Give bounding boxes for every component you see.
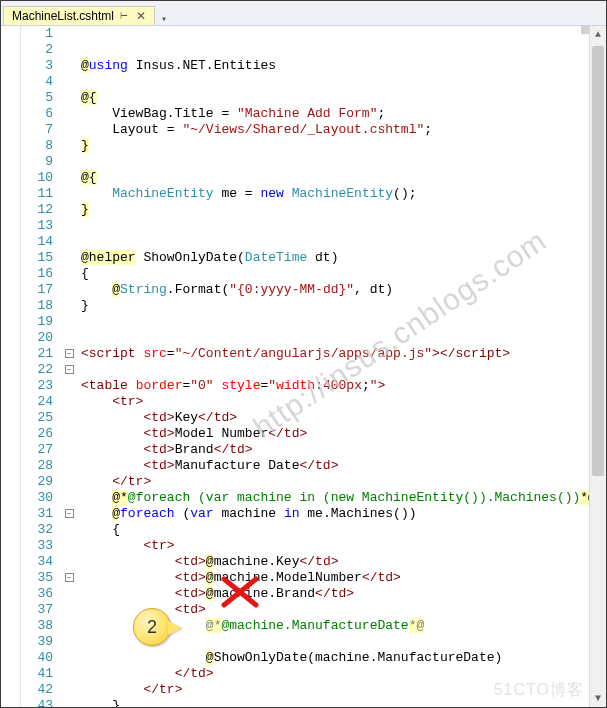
line-number: 9 xyxy=(21,154,53,170)
tab-bar: MachineList.cshtml ⊢ ✕ ▾ xyxy=(1,1,606,26)
indicator-margin xyxy=(1,26,21,707)
file-tab[interactable]: MachineList.cshtml ⊢ ✕ xyxy=(3,6,155,25)
line-number: 31 xyxy=(21,506,53,522)
code-line[interactable]: <script src="~/Content/angularjs/apps/ap… xyxy=(77,346,589,362)
line-number: 2 xyxy=(21,42,53,58)
pin-icon[interactable]: ⊢ xyxy=(120,11,128,21)
code-line[interactable]: </tr> xyxy=(77,682,589,698)
code-line[interactable] xyxy=(77,74,589,90)
line-number: 34 xyxy=(21,554,53,570)
code-line[interactable]: @{ xyxy=(77,170,589,186)
line-number: 36 xyxy=(21,586,53,602)
code-line[interactable]: <table border="0" style="width:400px;"> xyxy=(77,378,589,394)
line-number: 24 xyxy=(21,394,53,410)
code-line[interactable]: </tr> xyxy=(77,474,589,490)
code-line[interactable]: @{ xyxy=(77,90,589,106)
code-line[interactable]: { xyxy=(77,522,589,538)
code-line[interactable] xyxy=(77,234,589,250)
outline-toggle-icon[interactable]: − xyxy=(65,509,74,518)
code-line[interactable]: @foreach (var machine in me.Machines()) xyxy=(77,506,589,522)
line-number: 12 xyxy=(21,202,53,218)
code-line[interactable]: } xyxy=(77,138,589,154)
outline-toggle-icon[interactable]: − xyxy=(65,365,74,374)
code-line[interactable]: <td>Brand</td> xyxy=(77,442,589,458)
outlining-margin: −−−− xyxy=(63,26,77,707)
vertical-scrollbar[interactable]: ▲ ▼ xyxy=(589,26,606,707)
line-number: 39 xyxy=(21,634,53,650)
code-line[interactable] xyxy=(77,154,589,170)
code-line[interactable]: <td>@machine.Key</td> xyxy=(77,554,589,570)
code-line[interactable]: <tr> xyxy=(77,538,589,554)
line-number: 40 xyxy=(21,650,53,666)
close-icon[interactable]: ✕ xyxy=(134,9,148,23)
code-line[interactable] xyxy=(77,314,589,330)
code-line[interactable] xyxy=(77,362,589,378)
line-number: 14 xyxy=(21,234,53,250)
line-number: 33 xyxy=(21,538,53,554)
line-number: 22 xyxy=(21,362,53,378)
scroll-thumb[interactable] xyxy=(592,46,604,476)
line-number: 10 xyxy=(21,170,53,186)
code-area[interactable]: @using Insus.NET.Entities@{ ViewBag.Titl… xyxy=(77,26,589,707)
line-number: 30 xyxy=(21,490,53,506)
line-number: 42 xyxy=(21,682,53,698)
outline-toggle-icon[interactable]: − xyxy=(65,349,74,358)
code-line[interactable]: } xyxy=(77,298,589,314)
code-line[interactable]: } xyxy=(77,202,589,218)
code-line[interactable]: <td>Key</td> xyxy=(77,410,589,426)
code-line[interactable]: <tr> xyxy=(77,394,589,410)
tab-dropdown-icon[interactable]: ▾ xyxy=(157,13,171,25)
code-line[interactable] xyxy=(77,330,589,346)
code-line[interactable]: MachineEntity me = new MachineEntity(); xyxy=(77,186,589,202)
line-number: 32 xyxy=(21,522,53,538)
line-number: 7 xyxy=(21,122,53,138)
line-number: 8 xyxy=(21,138,53,154)
code-line[interactable]: @String.Format("{0:yyyy-MM-dd}", dt) xyxy=(77,282,589,298)
line-number: 21 xyxy=(21,346,53,362)
tab-title: MachineList.cshtml xyxy=(12,9,114,23)
outline-toggle-icon[interactable]: − xyxy=(65,573,74,582)
code-line[interactable]: <td>Manufacture Date</td> xyxy=(77,458,589,474)
code-line[interactable]: @*@foreach (var machine in (new MachineE… xyxy=(77,490,589,506)
line-number: 43 xyxy=(21,698,53,707)
code-line[interactable]: @ShowOnlyDate(machine.ManufactureDate) xyxy=(77,650,589,666)
line-number: 5 xyxy=(21,90,53,106)
line-number: 19 xyxy=(21,314,53,330)
code-line[interactable]: <td>Model Number</td> xyxy=(77,426,589,442)
scroll-down-icon[interactable]: ▼ xyxy=(590,690,606,707)
code-line[interactable]: <td>@machine.Brand</td> xyxy=(77,586,589,602)
code-line[interactable]: { xyxy=(77,266,589,282)
callout-2: 2 xyxy=(133,608,171,646)
code-line[interactable]: } xyxy=(77,698,589,707)
code-line[interactable]: @using Insus.NET.Entities xyxy=(77,58,589,74)
line-number: 23 xyxy=(21,378,53,394)
line-number-gutter: 1234567891011121314151617181920212223242… xyxy=(21,26,63,707)
line-number: 3 xyxy=(21,58,53,74)
line-number: 11 xyxy=(21,186,53,202)
line-number: 17 xyxy=(21,282,53,298)
split-grip[interactable] xyxy=(581,26,589,34)
line-number: 4 xyxy=(21,74,53,90)
line-number: 15 xyxy=(21,250,53,266)
line-number: 29 xyxy=(21,474,53,490)
code-line[interactable]: @helper ShowOnlyDate(DateTime dt) xyxy=(77,250,589,266)
line-number: 18 xyxy=(21,298,53,314)
editor-area: 1234567891011121314151617181920212223242… xyxy=(1,26,606,707)
line-number: 38 xyxy=(21,618,53,634)
line-number: 13 xyxy=(21,218,53,234)
code-line[interactable]: </td> xyxy=(77,666,589,682)
code-line[interactable] xyxy=(77,218,589,234)
line-number: 35 xyxy=(21,570,53,586)
code-line[interactable]: <td>@machine.ModelNumber</td> xyxy=(77,570,589,586)
line-number: 25 xyxy=(21,410,53,426)
scroll-up-icon[interactable]: ▲ xyxy=(590,26,606,43)
line-number: 27 xyxy=(21,442,53,458)
line-number: 37 xyxy=(21,602,53,618)
line-number: 28 xyxy=(21,458,53,474)
line-number: 41 xyxy=(21,666,53,682)
code-line[interactable]: ViewBag.Title = "Machine Add Form"; xyxy=(77,106,589,122)
editor-window: MachineList.cshtml ⊢ ✕ ▾ 123456789101112… xyxy=(0,0,607,708)
code-line[interactable]: Layout = "~/Views/Shared/_Layout.cshtml"… xyxy=(77,122,589,138)
line-number: 1 xyxy=(21,26,53,42)
line-number: 20 xyxy=(21,330,53,346)
